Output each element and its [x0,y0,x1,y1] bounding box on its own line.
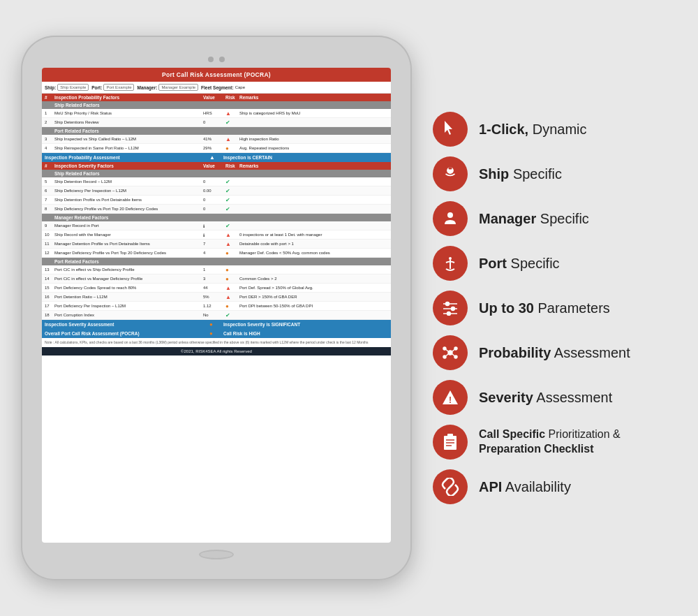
table-row: 12 Manager Deficiency Profile vs Port To… [42,249,391,258]
right-panel: 1-Click, Dynamic Ship Specific [412,98,677,518]
camera-dot-1 [208,57,214,62]
screen-header: Port Call Risk Assessment (POCRA) [42,68,391,82]
assessment-result-2: Inspection Severity is SIGNIFICANT [223,322,388,327]
feature-text-severity: Severity Assessment [479,389,612,406]
svg-point-13 [454,347,457,350]
svg-line-16 [446,350,448,352]
feature-1click: 1-Click, Dynamic [433,112,663,147]
ship-select-group: Ship: Ship Example [45,84,89,91]
clipboard-icon [433,425,468,460]
assessment-icon-2: ● [209,321,223,328]
section-ship-sev: Ship Related Factors [42,170,391,177]
svg-line-26 [448,485,452,489]
port-select-group: Port: Port Example [91,84,134,91]
risk-icon-red: ▲ [225,136,239,142]
feature-manager: Manager Specific [433,201,663,236]
assessment-label-3: Overall Port Call Risk Assessment (POCRA… [45,331,209,336]
manager-select-group: Manager: Manager Example [137,84,198,91]
table-row: 10 Ship Record with the Manager ℹ ▲ 0 in… [42,230,391,240]
table-row: 6 Ship Deficiency Per Inspection – L12M … [42,186,391,196]
fleet-value: Cape [235,85,245,89]
svg-point-14 [443,355,446,358]
tablet: Port Call Risk Assessment (POCRA) Ship: … [21,36,412,580]
feature-port: Port Specific [433,246,663,281]
table-row: 18 Port Corruption Index No ✔ [42,311,391,320]
table-row: 1 MoU Ship Priority / Risk Status HRS ▲ … [42,109,391,118]
table-row: 16 Port Detention Ratio – L12M 5% ▲ Port… [42,293,391,302]
table-row: 9 Manager Record in Port ℹ ✔ [42,221,391,230]
feature-text-port: Port Specific [479,255,560,272]
svg-text:!: ! [449,395,452,405]
manager-icon [433,201,468,236]
section-manager-sev: Manager Related Factors [42,214,391,221]
assessment-icon-1: ▲ [209,154,223,161]
feature-severity: ! Severity Assessment [433,380,663,415]
section-port-prob: Port Related Factors [42,127,391,135]
assessment-row-1: Inspection Probability Assessment ▲ Insp… [42,153,391,162]
prob-col-headers: # Inspection Probability Factors Value R… [42,94,391,101]
table-row: 11 Manager Detention Profile vs Port Det… [42,240,391,249]
feature-text-api: API Availability [479,478,571,495]
assessment-icon-3: ● [209,330,223,337]
assessment-result-1: Inspection is CERTAIN [223,155,388,160]
cursor-icon [433,112,468,147]
assessment-result-3: Call Risk is HIGH [223,331,388,336]
warning-icon: ! [433,380,468,415]
tablet-camera [208,57,225,62]
fleet-label: Fleet Segment: [201,85,234,90]
screen-content: Port Call Risk Assessment (POCRA) Ship: … [42,68,391,543]
screen-selects: Ship: Ship Example Port: Port Example Ma… [42,82,391,94]
col-factors: Inspection Probability Factors [54,95,203,100]
tablet-screen: Port Call Risk Assessment (POCRA) Ship: … [42,68,391,543]
feature-parameters: Up to 30 Parameters [433,291,663,325]
ship-select[interactable]: Ship Example [57,84,89,91]
svg-point-11 [448,351,452,355]
network-icon [433,335,468,370]
manager-select[interactable]: Manager Example [158,84,198,91]
table-row: 17 Port Deficiency Per Inspection – L12M… [42,302,391,311]
manager-label: Manager: [137,85,157,90]
col-risk: Risk [225,95,239,100]
feature-probability: Probability Assessment [433,335,663,370]
svg-line-18 [446,354,448,356]
feature-ship: Ship Specific [433,156,663,191]
assessment-row-3: Overall Port Call Risk Assessment (POCRA… [42,329,391,338]
table-row: 8 Ship Deficiency Profile vs Port Top 20… [42,205,391,214]
svg-point-12 [443,347,446,350]
feature-text-1click: 1-Click, Dynamic [479,121,587,138]
table-row: 2 Ship Detentions Review 0 ✔ [42,118,391,127]
feature-text-parameters: Up to 30 Parameters [479,300,610,316]
svg-line-19 [452,354,454,356]
port-label: Port: [91,85,102,90]
risk-icon-red: ▲ [225,110,239,117]
port-select[interactable]: Port Example [103,84,134,91]
table-row: 3 Ship Inspected vs Ship Called Ratio – … [42,135,391,144]
svg-point-10 [447,312,451,316]
assessment-label-1: Inspection Probability Assessment [45,155,209,160]
section-port-sev: Port Related Factors [42,258,391,265]
svg-point-8 [452,307,455,311]
assessment-row-2: Inspection Severity Assessment ● Inspect… [42,320,391,329]
feature-checklist: Call Specific Prioritization & Preparati… [433,425,663,460]
link-icon [433,469,468,504]
col-remarks: Remarks [239,95,388,100]
col-value: Value [203,95,225,100]
table-row: 14 Port CiC in effect vs Manager Deficie… [42,274,391,284]
svg-point-2 [447,212,453,218]
risk-icon-orange: ● [225,145,239,152]
fleet-select-group: Fleet Segment: Cape [201,85,245,90]
tablet-home-button[interactable] [199,550,234,559]
svg-line-17 [452,350,454,352]
svg-point-15 [454,355,457,358]
svg-rect-22 [447,434,453,437]
ship-icon [433,156,468,191]
feature-api: API Availability [433,469,663,504]
feature-text-ship: Ship Specific [479,166,562,182]
anchor-icon [433,246,468,281]
table-row: 15 Port Deficiency Codes Spread to reach… [42,284,391,293]
sev-col-headers: # Inspection Severity Factors Value Risk… [42,162,391,170]
col-num: # [45,95,54,100]
feature-text-checklist: Call Specific Prioritization & Preparati… [479,427,621,457]
sliders-icon [433,291,468,325]
risk-icon-green: ✔ [225,119,239,126]
